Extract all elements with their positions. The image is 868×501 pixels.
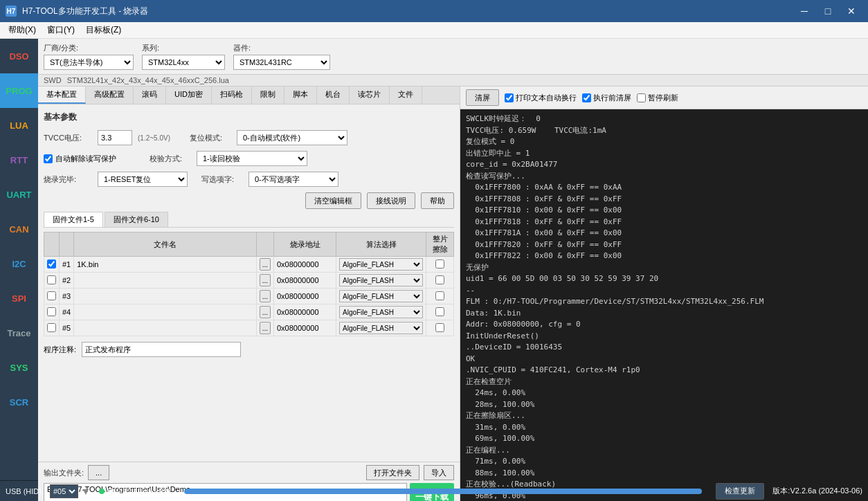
sidebar-item-can[interactable]: CAN	[0, 212, 38, 246]
sidebar-item-dso[interactable]: DSO	[0, 39, 38, 73]
verify-select[interactable]: 0-不校验 1-读回校验 2-CRC校验	[197, 151, 307, 166]
tab-file[interactable]: 文件	[390, 86, 422, 104]
open-folder-button[interactable]: 打开文件夹	[366, 465, 419, 480]
sidebar-item-sys[interactable]: SYS	[0, 350, 38, 385]
pause-checkbox-row[interactable]: 暂停刷新	[637, 93, 678, 103]
rtt-icon: RTT	[11, 154, 28, 166]
row1-erase[interactable]	[435, 259, 444, 268]
row3-filename[interactable]	[77, 292, 253, 300]
row4-check[interactable]	[47, 307, 56, 316]
menu-help[interactable]: 帮助(X)	[3, 23, 42, 37]
table-row: #1 ... 0x08000000 AlgoFile_FLASH	[44, 257, 454, 273]
row3-algo[interactable]: AlgoFile_FLASH	[339, 290, 423, 302]
tab-bar: 基本配置 高级配置 滚码 UID加密 扫码枪 限制 脚本 机台 读芯片 文件	[38, 86, 460, 104]
fw-tab-1-5[interactable]: 固件文件1-5	[44, 212, 103, 227]
sidebar-item-prog[interactable]: PROG	[0, 73, 38, 108]
tab-rolling[interactable]: 滚码	[134, 86, 166, 104]
browse-folder-button[interactable]: ...	[88, 465, 109, 480]
sidebar-item-scr[interactable]: SCR	[0, 385, 38, 419]
auto-wrap-checkbox[interactable]	[505, 93, 514, 102]
row4-erase[interactable]	[435, 307, 444, 316]
row3-browse[interactable]: ...	[260, 290, 271, 302]
verify-label: 校验方式:	[150, 154, 191, 164]
minimize-button[interactable]: ─	[793, 4, 815, 18]
output-folder-label: 输出文件夹:	[44, 468, 84, 478]
tab-limit[interactable]: 限制	[252, 86, 284, 104]
port-select[interactable]: #05	[50, 484, 78, 498]
row2-browse[interactable]: ...	[260, 274, 271, 286]
write-option-select[interactable]: 0-不写选项字 1-写选项字	[248, 172, 338, 187]
row2-algo[interactable]: AlgoFile_FLASH	[339, 274, 423, 286]
prog-icon: PROG	[11, 84, 28, 97]
help-button[interactable]: 帮助	[421, 192, 454, 209]
row2-check[interactable]	[47, 275, 56, 284]
sidebar-item-i2c[interactable]: I2C	[0, 246, 38, 281]
content-area: 厂商/分类: ST(意法半导体) 系列: STM32L4xx 器件: STM32…	[38, 39, 868, 480]
menu-target[interactable]: 目标板(Z)	[80, 23, 127, 37]
form-panel: 基本参数 TVCC电压: (1.2~5.0V) 复位模式: 0-自动模式(软件)…	[38, 104, 460, 462]
tab-basic[interactable]: 基本配置	[38, 86, 86, 104]
clear-before-checkbox-row[interactable]: 执行前清屏	[582, 93, 631, 103]
prog-note-input[interactable]	[82, 342, 241, 357]
pause-checkbox[interactable]	[637, 93, 646, 102]
trace-icon: Trace	[11, 327, 28, 339]
tab-script[interactable]: 脚本	[284, 86, 317, 104]
check-update-button[interactable]: 检查更新	[716, 483, 764, 500]
col-browse	[256, 233, 273, 257]
row5-browse[interactable]: ...	[260, 322, 271, 334]
row1-num: #1	[60, 257, 74, 273]
row4-algo[interactable]: AlgoFile_FLASH	[339, 306, 423, 318]
tab-machine[interactable]: 机台	[317, 86, 350, 104]
ip-label: IP (192.168.31.82)	[107, 487, 170, 495]
row2-address: 0x08000000	[274, 273, 336, 289]
row5-check[interactable]	[47, 323, 56, 332]
row3-erase[interactable]	[435, 291, 444, 300]
row1-algo[interactable]: AlgoFile_FLASH	[339, 258, 423, 271]
row2-erase[interactable]	[435, 275, 444, 284]
clear-before-checkbox[interactable]	[582, 93, 591, 102]
device-select[interactable]: STM32L431RC	[233, 55, 330, 70]
sidebar-item-lua[interactable]: LUA	[0, 108, 38, 143]
row1-filename[interactable]	[77, 260, 253, 268]
row1-browse[interactable]: ...	[260, 258, 271, 271]
tab-uid[interactable]: UID加密	[166, 86, 212, 104]
vendor-group: 厂商/分类: ST(意法半导体)	[44, 43, 134, 70]
fw-tab-6-10[interactable]: 固件文件6-10	[105, 212, 168, 227]
auto-unprotect-checkbox-row[interactable]: 自动解除读写保护	[44, 154, 116, 164]
vendor-select[interactable]: ST(意法半导体)	[44, 55, 134, 70]
connect-help-button[interactable]: 接线说明	[367, 192, 415, 209]
row5-algo[interactable]: AlgoFile_FLASH	[339, 322, 423, 334]
series-select[interactable]: STM32L4xx	[142, 55, 225, 70]
sidebar-item-trace[interactable]: Trace	[0, 316, 38, 350]
auto-unprotect-checkbox[interactable]	[44, 154, 53, 163]
auto-wrap-checkbox-row[interactable]: 打印文本自动换行	[505, 93, 577, 103]
titlebar-controls: ─ □ ✕	[793, 4, 862, 18]
tab-read-chip[interactable]: 读芯片	[350, 86, 390, 104]
tab-advanced[interactable]: 高级配置	[86, 86, 134, 104]
row4-browse[interactable]: ...	[260, 306, 271, 318]
import-button[interactable]: 导入	[424, 465, 454, 480]
close-button[interactable]: ✕	[840, 4, 862, 18]
menu-window[interactable]: 窗口(Y)	[42, 23, 80, 37]
status-progress-bar	[184, 489, 703, 494]
sidebar-item-rtt[interactable]: RTT	[0, 143, 38, 177]
burn-complete-select[interactable]: 0-不操作 1-RESET复位 2-上电复位	[98, 172, 188, 187]
clear-editor-button[interactable]: 清空编辑框	[305, 192, 361, 209]
main-container: DSO PROG LUA RTT UART CAN I2C SPI Trace …	[0, 39, 868, 480]
section-basic-params: 基本参数	[44, 110, 454, 125]
reset-mode-select[interactable]: 0-自动模式(软件) 1-硬件复位 2-无复位	[237, 130, 347, 145]
row2-filename[interactable]	[77, 276, 253, 284]
clear-console-button[interactable]: 清屏	[466, 89, 499, 106]
row3-check[interactable]	[47, 291, 56, 300]
row5-filename[interactable]	[77, 324, 253, 332]
sidebar-item-uart[interactable]: UART	[0, 177, 38, 212]
row4-filename[interactable]	[77, 308, 253, 316]
tab-scanner[interactable]: 扫码枪	[212, 86, 252, 104]
row1-check[interactable]	[47, 259, 56, 268]
tvcc-input[interactable]	[98, 130, 132, 145]
col-check	[44, 233, 60, 257]
prog-note: 程序注释:	[44, 342, 454, 357]
sidebar-item-spi[interactable]: SPI	[0, 281, 38, 316]
row5-erase[interactable]	[435, 323, 444, 332]
maximize-button[interactable]: □	[817, 4, 839, 18]
